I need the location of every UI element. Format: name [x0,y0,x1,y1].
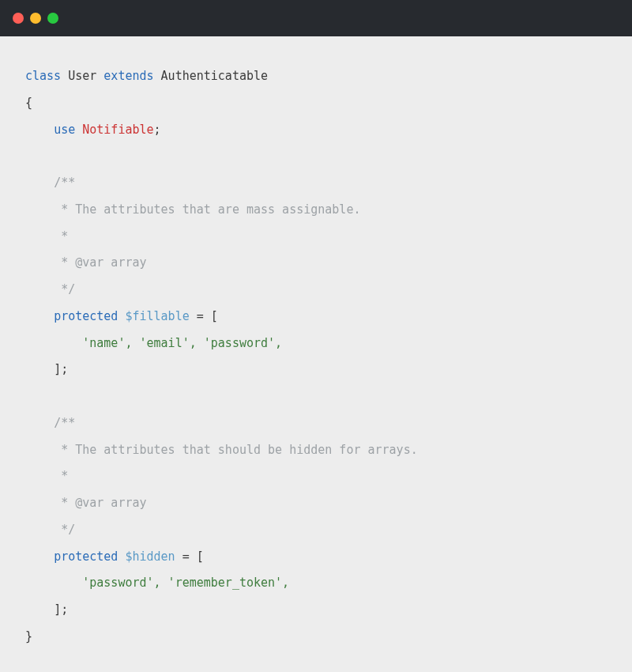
bracket-close-2: ]; [54,602,68,617]
semicolon-1: ; [154,123,161,137]
var-hidden: $hidden [125,549,175,564]
editor-window: class User extends Authenticatable { use… [0,0,632,672]
keyword-protected-1: protected [54,309,118,323]
parent-class: Authenticatable [161,69,268,83]
hidden-values: 'password', 'remember_token', [82,576,289,590]
doc2-open: /** [54,416,75,430]
minimize-icon[interactable] [30,13,41,24]
doc1-close: */ [54,282,75,296]
fillable-values: 'name', 'email', 'password', [82,336,282,350]
close-icon[interactable] [13,13,24,24]
doc1-open: /** [54,176,75,190]
keyword-protected-2: protected [54,549,118,564]
eq-bracket-open-1: = [ [190,309,218,323]
doc2-l3: * @var array [54,496,146,510]
doc2-close: */ [54,523,75,537]
doc1-l2: * [54,229,68,244]
titlebar [0,0,632,36]
var-fillable: $fillable [125,309,189,323]
doc1-l1: * The attributes that are mass assignabl… [54,202,360,217]
code-block: class User extends Authenticatable { use… [0,36,632,672]
doc1-l3: * @var array [54,255,146,270]
keyword-use: use [54,123,75,137]
bracket-close-1: ]; [54,362,68,376]
brace-close: } [25,629,32,644]
doc2-l2: * [54,469,68,483]
trait-name: Notifiable [82,123,153,137]
keyword-class: class [25,69,61,83]
doc2-l1: * The attributes that should be hidden f… [54,443,418,457]
keyword-extends: extends [103,69,153,83]
brace-open: { [25,96,32,110]
eq-bracket-open-2: = [ [175,549,204,564]
class-name: User [68,69,96,83]
fullscreen-icon[interactable] [47,13,58,24]
